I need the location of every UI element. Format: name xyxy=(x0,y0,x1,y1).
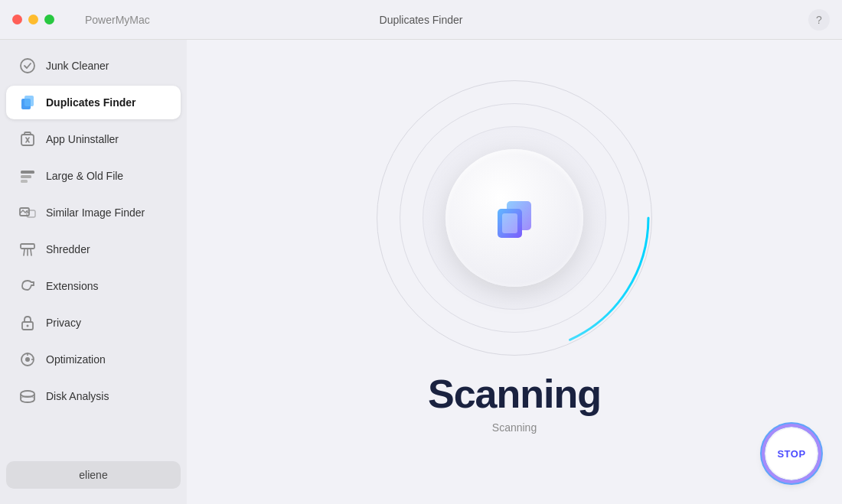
help-button[interactable]: ? xyxy=(808,9,830,31)
scan-container: Scanning Scanning xyxy=(187,40,842,504)
main-layout: Junk Cleaner Duplicates Finder xyxy=(0,40,842,504)
svg-point-18 xyxy=(25,357,30,362)
close-button[interactable] xyxy=(12,15,22,24)
extensions-icon xyxy=(18,277,37,295)
sidebar-item-optimization[interactable]: Optimization xyxy=(6,343,181,376)
rings-wrapper xyxy=(377,80,652,356)
privacy-icon xyxy=(18,314,37,332)
sidebar-item-label: Optimization xyxy=(46,353,106,366)
sidebar-item-duplicates-finder[interactable]: Duplicates Finder xyxy=(6,86,181,119)
scanning-subtitle: Scanning xyxy=(492,421,537,434)
sidebar-item-large-old-file[interactable]: Large & Old File xyxy=(6,159,181,193)
sidebar-item-label: Privacy xyxy=(46,317,81,329)
svg-rect-27 xyxy=(502,213,517,233)
sidebar-item-label: Duplicates Finder xyxy=(46,96,135,109)
sidebar-footer: eliene xyxy=(0,454,187,496)
svg-point-16 xyxy=(27,325,29,327)
svg-point-0 xyxy=(21,59,34,73)
disk-analysis-icon xyxy=(18,387,37,405)
svg-rect-11 xyxy=(21,244,34,249)
optimization-icon xyxy=(18,350,37,369)
sidebar-item-disk-analysis[interactable]: Disk Analysis xyxy=(6,379,181,413)
sidebar: Junk Cleaner Duplicates Finder xyxy=(0,40,187,504)
sidebar-item-junk-cleaner[interactable]: Junk Cleaner xyxy=(6,49,181,83)
maximize-button xyxy=(44,15,54,24)
app-name: PowerMyMac xyxy=(85,14,150,26)
traffic-lights xyxy=(12,15,54,24)
scanning-title: Scanning xyxy=(428,371,601,417)
user-button[interactable]: eliene xyxy=(6,461,181,489)
sidebar-item-shredder[interactable]: Shredder xyxy=(6,232,181,266)
duplicates-center-icon xyxy=(484,187,545,249)
svg-rect-6 xyxy=(21,171,34,174)
svg-line-14 xyxy=(31,249,31,255)
sidebar-item-privacy[interactable]: Privacy xyxy=(6,306,181,340)
app-uninstaller-icon xyxy=(18,130,37,148)
sidebar-item-label: Junk Cleaner xyxy=(46,60,109,72)
svg-rect-7 xyxy=(21,175,31,178)
stop-button[interactable]: STOP xyxy=(764,426,819,481)
svg-rect-8 xyxy=(21,180,28,183)
page-title: Duplicates Finder xyxy=(380,14,463,26)
sidebar-item-extensions[interactable]: Extensions xyxy=(6,269,181,303)
sidebar-item-label: App Uninstaller xyxy=(46,133,119,145)
center-icon-container xyxy=(445,149,583,287)
sidebar-item-app-uninstaller[interactable]: App Uninstaller xyxy=(6,122,181,156)
content-area: Scanning Scanning STOP xyxy=(187,40,842,504)
minimize-button[interactable] xyxy=(28,15,38,24)
sidebar-item-label: Large & Old File xyxy=(46,170,123,182)
sidebar-item-label: Extensions xyxy=(46,280,98,292)
titlebar: PowerMyMac Duplicates Finder ? xyxy=(0,0,842,40)
similar-image-finder-icon xyxy=(18,203,37,222)
shredder-icon xyxy=(18,240,37,259)
junk-cleaner-icon xyxy=(18,57,37,75)
sidebar-item-similar-image-finder[interactable]: Similar Image Finder xyxy=(6,196,181,229)
svg-rect-2 xyxy=(24,96,34,106)
svg-line-12 xyxy=(24,249,24,255)
large-old-file-icon xyxy=(18,167,37,185)
sidebar-item-label: Disk Analysis xyxy=(46,390,109,402)
sidebar-item-label: Similar Image Finder xyxy=(46,206,145,219)
duplicates-finder-icon xyxy=(18,93,37,112)
sidebar-item-label: Shredder xyxy=(46,243,90,255)
